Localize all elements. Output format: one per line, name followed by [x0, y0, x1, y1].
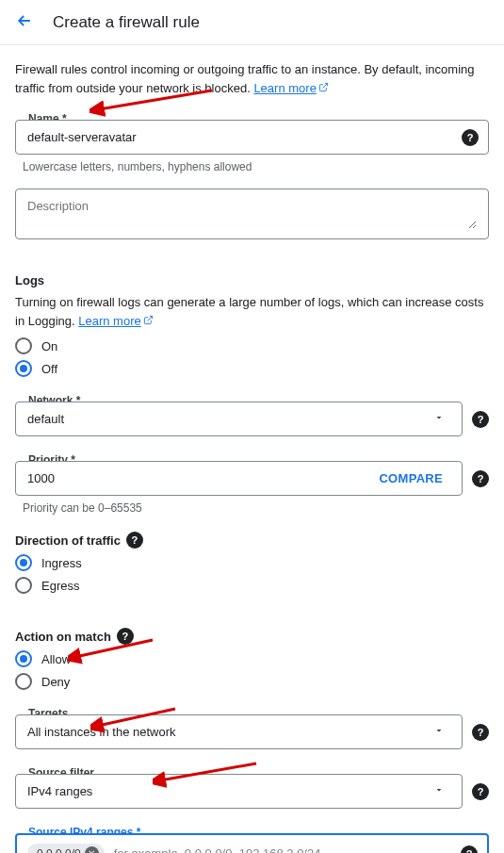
- help-icon[interactable]: ?: [126, 532, 143, 549]
- logs-desc: Turning on firewall logs can generate a …: [15, 293, 489, 330]
- network-select[interactable]: default: [15, 402, 463, 436]
- chevron-down-icon: [433, 784, 445, 798]
- radio-icon[interactable]: [15, 577, 32, 594]
- chip-label: 0.0.0.0/0: [37, 847, 81, 854]
- description-input[interactable]: [27, 199, 477, 229]
- priority-input-box[interactable]: COMPARE: [15, 461, 463, 496]
- logs-on-option[interactable]: On: [15, 337, 489, 354]
- chevron-down-icon: [433, 725, 445, 739]
- source-filter-field: Source filter IPv4 ranges ?: [15, 774, 489, 809]
- network-field: Network * default ?: [15, 402, 489, 436]
- source-filter-value: IPv4 ranges: [27, 784, 92, 798]
- direction-title: Direction of traffic ?: [15, 532, 489, 549]
- page-title: Create a firewall rule: [53, 13, 200, 32]
- direction-ingress-option[interactable]: Ingress: [15, 554, 489, 571]
- radio-label: Deny: [41, 675, 70, 689]
- chevron-down-icon: [433, 412, 445, 426]
- priority-field: Priority * COMPARE ?: [15, 461, 489, 496]
- radio-label: Allow: [41, 652, 71, 666]
- source-filter-select[interactable]: IPv4 ranges: [15, 774, 463, 809]
- intro-text: Firewall rules control incoming or outgo…: [15, 60, 489, 97]
- radio-icon[interactable]: [15, 673, 32, 690]
- name-hint: Lowercase letters, numbers, hyphens allo…: [23, 160, 489, 173]
- source-ranges-input-box[interactable]: 0.0.0.0/0 ✕ ?: [15, 833, 489, 853]
- targets-select[interactable]: All instances in the network: [15, 714, 463, 749]
- logs-learn-more-link[interactable]: Learn more: [78, 314, 140, 328]
- chip-remove-icon[interactable]: ✕: [85, 846, 99, 853]
- action-allow-option[interactable]: Allow: [15, 650, 489, 667]
- network-value: default: [27, 412, 64, 426]
- description-box[interactable]: [15, 189, 489, 239]
- action-deny-option[interactable]: Deny: [15, 673, 489, 690]
- learn-more-link[interactable]: Learn more: [253, 81, 316, 95]
- description-field: [15, 189, 489, 239]
- name-input[interactable]: [27, 130, 477, 144]
- radio-label: Ingress: [41, 556, 82, 570]
- help-icon[interactable]: ?: [117, 628, 134, 645]
- logs-off-option[interactable]: Off: [15, 360, 489, 377]
- radio-label: Egress: [41, 579, 79, 593]
- help-icon[interactable]: ?: [472, 411, 489, 428]
- help-icon[interactable]: ?: [472, 724, 489, 741]
- external-link-icon: [143, 314, 154, 328]
- page-header: Create a firewall rule: [0, 0, 504, 45]
- radio-label: Off: [41, 362, 57, 376]
- radio-icon[interactable]: [15, 337, 32, 354]
- compare-link[interactable]: COMPARE: [379, 471, 443, 485]
- help-icon[interactable]: ?: [472, 783, 489, 800]
- ip-range-chip: 0.0.0.0/0 ✕: [27, 844, 105, 853]
- direction-egress-option[interactable]: Egress: [15, 577, 489, 594]
- targets-field: Targets All instances in the network ?: [15, 714, 489, 749]
- external-link-icon: [318, 81, 329, 95]
- radio-icon[interactable]: [15, 360, 32, 377]
- name-field: Name * ?: [15, 120, 489, 155]
- priority-hint: Priority can be 0–65535: [23, 501, 489, 515]
- back-arrow-icon[interactable]: [15, 11, 34, 33]
- priority-input[interactable]: [27, 471, 84, 485]
- action-title: Action on match ?: [15, 628, 489, 645]
- radio-label: On: [41, 339, 57, 353]
- source-ranges-field: Source IPv4 ranges * 0.0.0.0/0 ✕ ?: [15, 833, 489, 853]
- targets-value: All instances in the network: [27, 725, 176, 739]
- source-ranges-input[interactable]: [114, 846, 477, 853]
- help-icon[interactable]: ?: [462, 129, 479, 146]
- help-icon[interactable]: ?: [472, 470, 489, 487]
- logs-title: Logs: [15, 273, 489, 287]
- radio-icon[interactable]: [15, 650, 32, 667]
- name-input-box[interactable]: ?: [15, 120, 489, 155]
- form-content: Firewall rules control incoming or outgo…: [0, 45, 504, 853]
- radio-icon[interactable]: [15, 554, 32, 571]
